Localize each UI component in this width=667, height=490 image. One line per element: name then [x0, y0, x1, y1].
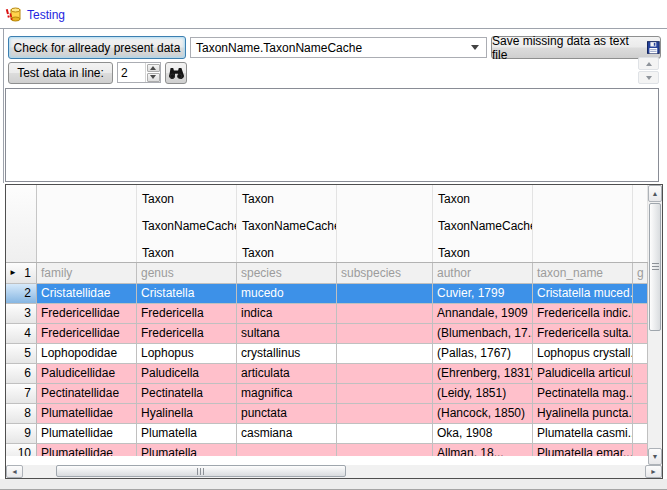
disabled-up-button[interactable] [638, 57, 659, 70]
grid-cell[interactable]: Annandale, 1909 [433, 304, 533, 323]
grid-cell[interactable] [633, 344, 648, 363]
column-header-species[interactable]: TaxonTaxonNameCacheTaxon [237, 185, 337, 262]
grid-cell[interactable] [633, 304, 648, 323]
grid-cell[interactable]: (Ehrenberg, 1831) [433, 364, 533, 383]
grid-cell[interactable]: Plumatellidae [37, 404, 137, 423]
row-header[interactable]: 7 [6, 384, 37, 403]
horizontal-scroll-thumb[interactable] [56, 465, 346, 477]
grid-cell[interactable] [633, 324, 648, 343]
column-header-genus[interactable]: TaxonTaxonNameCacheTaxon [137, 185, 237, 262]
grid-cell[interactable]: Fredericellidae [37, 324, 137, 343]
result-textbox[interactable] [5, 88, 659, 182]
grid-cell[interactable] [633, 384, 648, 403]
grid-cell[interactable]: crystallinus [237, 344, 337, 363]
grid-cell[interactable] [633, 404, 648, 423]
grid-cell[interactable]: Cristatella muced... [533, 284, 633, 303]
grid-cell[interactable]: magnifica [237, 384, 337, 403]
spin-up-button[interactable] [147, 64, 160, 73]
horizontal-scrollbar[interactable]: ◄ ► [6, 465, 662, 478]
grid-cell[interactable]: mucedo [237, 284, 337, 303]
grid-cell[interactable]: Cuvier, 1799 [433, 284, 533, 303]
grid-cell[interactable] [337, 344, 433, 363]
line-number-input[interactable] [118, 63, 145, 82]
grid-cell[interactable] [633, 424, 648, 443]
grid-cell[interactable]: casmiana [237, 424, 337, 443]
grid-cell[interactable] [633, 444, 648, 456]
row-header[interactable]: 2 [6, 284, 37, 303]
row-header[interactable]: 9 [6, 424, 37, 443]
row-header[interactable]: 5 [6, 344, 37, 363]
line-number-stepper[interactable] [117, 62, 161, 83]
grid-cell[interactable] [337, 384, 433, 403]
row-header[interactable]: 6 [6, 364, 37, 383]
grid-cell[interactable]: Lophopus crystall... [533, 344, 633, 363]
grid-cell[interactable] [337, 324, 433, 343]
grid-cell[interactable]: Plumatella emar... [533, 444, 633, 456]
grid-cell[interactable]: Plumatellidae [37, 424, 137, 443]
column-header-author[interactable]: TaxonTaxonNameCacheTaxon [433, 185, 533, 262]
grid-cell[interactable]: Lophopodidae [37, 344, 137, 363]
grid-cell[interactable]: Fredericella indic... [533, 304, 633, 323]
row-header[interactable]: ►1 [6, 263, 37, 283]
row-header[interactable]: 3 [6, 304, 37, 323]
disabled-down-button[interactable] [638, 71, 659, 84]
grid-cell[interactable]: (Leidy, 1851) [433, 384, 533, 403]
grid-cell[interactable]: Fredericellidae [37, 304, 137, 323]
column-header-family[interactable] [37, 185, 137, 262]
scroll-left-button[interactable]: ◄ [6, 465, 23, 478]
grid-cell[interactable]: articulata [237, 364, 337, 383]
grid-cell[interactable]: Plumatellidae [37, 444, 137, 456]
grid-cell[interactable]: taxon_name [533, 263, 633, 283]
grid-cell[interactable] [337, 364, 433, 383]
column-header-g[interactable] [633, 185, 648, 262]
grid-cell[interactable]: Hyalinella puncta... [533, 404, 633, 423]
scroll-up-button[interactable]: ▲ [648, 185, 662, 202]
grid-cell[interactable] [337, 404, 433, 423]
vertical-scroll-thumb[interactable] [649, 203, 661, 331]
grid-cell[interactable]: g [633, 263, 648, 283]
scroll-right-button[interactable]: ► [645, 465, 662, 478]
grid-cell[interactable]: (Hancock, 1850) [433, 404, 533, 423]
grid-cell[interactable]: (Pallas, 1767) [433, 344, 533, 363]
grid-cell[interactable] [337, 424, 433, 443]
grid-cell[interactable]: Paludicella [137, 364, 237, 383]
disabled-updown-control[interactable] [638, 57, 659, 84]
grid-cell[interactable]: Plumatella [137, 424, 237, 443]
column-header-taxon_name[interactable] [533, 185, 633, 262]
grid-cell[interactable]: Pectinatella [137, 384, 237, 403]
grid-cell[interactable]: author [433, 263, 533, 283]
grid-cell[interactable] [337, 304, 433, 323]
grid-cell[interactable]: Lophopus [137, 344, 237, 363]
grid-corner-cell[interactable] [6, 185, 37, 262]
check-present-data-button[interactable]: Check for allready present data [8, 36, 186, 59]
horizontal-scroll-track[interactable] [23, 465, 645, 478]
grid-cell[interactable]: Oka, 1908 [433, 424, 533, 443]
scroll-down-button[interactable]: ▼ [648, 448, 662, 465]
grid-cell[interactable]: species [237, 263, 337, 283]
grid-cell[interactable]: subspecies [337, 263, 433, 283]
grid-cell[interactable]: Hyalinella [137, 404, 237, 423]
grid-cell[interactable]: Fredericella [137, 304, 237, 323]
grid-cell[interactable]: indica [237, 304, 337, 323]
row-header[interactable]: 10 [6, 444, 37, 456]
find-button[interactable] [165, 62, 187, 84]
vertical-scrollbar[interactable]: ▲ ▼ [648, 185, 662, 465]
grid-cell[interactable] [633, 284, 648, 303]
grid-cell[interactable] [337, 284, 433, 303]
grid-cell[interactable]: Fredericella sulta... [533, 324, 633, 343]
row-header[interactable]: 8 [6, 404, 37, 423]
test-data-in-line-button[interactable]: Test data in line: [8, 62, 113, 84]
grid-cell[interactable]: (Blumenbach, 17... [433, 324, 533, 343]
grid-cell[interactable]: Fredericella [137, 324, 237, 343]
grid-cell[interactable]: Cristatella [137, 284, 237, 303]
grid-cell[interactable]: Plumatella casmi... [533, 424, 633, 443]
grid-cell[interactable]: Cristatellidae [37, 284, 137, 303]
target-column-combobox[interactable]: TaxonName.TaxonNameCache [190, 37, 487, 58]
grid-cell[interactable]: Pectinatellidae [37, 384, 137, 403]
grid-cell[interactable]: sultana [237, 324, 337, 343]
grid-cell[interactable]: Paludicellidae [37, 364, 137, 383]
grid-cell[interactable]: family [37, 263, 137, 283]
grid-cell[interactable]: Plumatella [137, 444, 237, 456]
grid-cell[interactable] [633, 364, 648, 383]
grid-cell[interactable] [237, 444, 337, 456]
